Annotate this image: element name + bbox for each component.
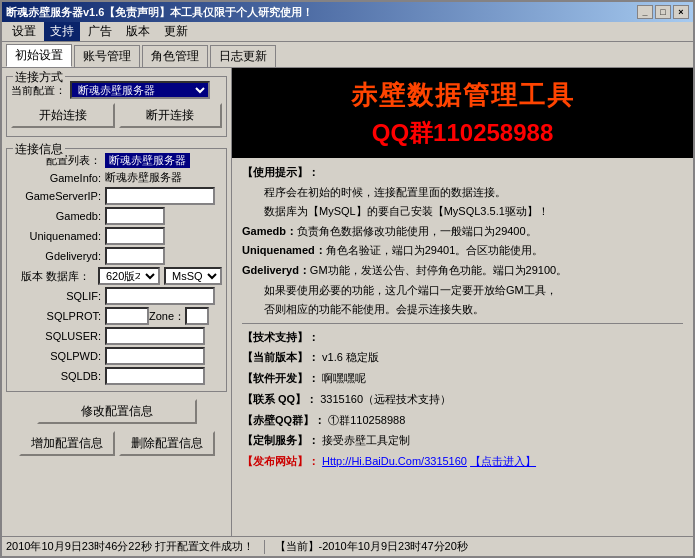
sqlif-row: SQLIF: 127.0.0.1 <box>11 287 222 305</box>
left-panel: 连接方式 当前配置： 断魂赤壁服务器 开始连接 断开连接 连接信息 配置列表： <box>2 68 232 536</box>
sqlprot-label: SQLPROT: <box>11 310 101 322</box>
connect-button[interactable]: 开始连接 <box>11 103 115 128</box>
gdeliveryd-input[interactable]: 29100 <box>105 247 165 265</box>
banner-qq: QQ群110258988 <box>372 117 553 149</box>
config-select[interactable]: 断魂赤壁服务器 <box>70 81 210 99</box>
divider <box>242 323 683 324</box>
status-right: 【当前】-2010年10月9日23时47分20秒 <box>275 539 468 554</box>
sqlif-input[interactable]: 127.0.0.1 <box>105 287 215 305</box>
sqlpwd-input[interactable]: 123456 <box>105 347 205 365</box>
tab-account-management[interactable]: 账号管理 <box>74 45 140 67</box>
sqluser-label: SQLUSER: <box>11 330 101 342</box>
gamedb-label: Gamedb: <box>11 210 101 222</box>
tip2: 数据库为【MySQL】的要自己安装【MySQL3.5.1驱动】！ <box>242 203 683 221</box>
version-select[interactable]: 620版本 <box>98 267 160 285</box>
gdeliveryd-label: Gdeliveryd: <box>11 250 101 262</box>
banner: 赤壁数据管理工具 QQ群110258988 <box>232 68 693 158</box>
dev-info: 【软件开发】： 啊嘿嘿呢 <box>242 369 683 388</box>
gameinfo-label: GameInfo: <box>11 172 101 184</box>
version-info: 【当前版本】： v1.6 稳定版 <box>242 348 683 367</box>
status-bar: 2010年10月9日23时46分22秒 打开配置文件成功！ 【当前】-2010年… <box>2 536 693 556</box>
website-link[interactable]: Http://Hi.BaiDu.Com/3315160 <box>322 455 467 467</box>
add-config-button[interactable]: 增加配置信息 <box>19 431 115 456</box>
close-button[interactable]: × <box>673 5 689 19</box>
tab-role-management[interactable]: 角色管理 <box>142 45 208 67</box>
tip4: Uniquenamed：角色名验证，端口为29401。合区功能使用。 <box>242 242 683 260</box>
gameserverip-input[interactable]: 192.168.200.100 <box>105 187 215 205</box>
config-list-value: 断魂赤壁服务器 <box>105 153 190 168</box>
right-panel: 赤壁数据管理工具 QQ群110258988 【使用提示】： 程序会在初始的时候，… <box>232 68 693 536</box>
disconnect-button[interactable]: 断开连接 <box>119 103 223 128</box>
connect-buttons: 开始连接 断开连接 <box>11 103 222 128</box>
tip7: 否则相应的功能不能使用。会提示连接失败。 <box>242 301 683 319</box>
sqlpwd-row: SQLPWD: 123456 <box>11 347 222 365</box>
tab-log-update[interactable]: 日志更新 <box>210 45 276 67</box>
bottom-buttons: 增加配置信息 删除配置信息 <box>6 431 227 456</box>
title-bar: 断魂赤壁服务器v1.6【免责声明】本工具仅限于个人研究使用！ _ □ × <box>2 2 693 22</box>
modify-config-button[interactable]: 修改配置信息 <box>37 399 197 424</box>
menu-support[interactable]: 支持 <box>44 22 80 41</box>
tip6: 如果要使用必要的功能，这几个端口一定要开放给GM工具， <box>242 282 683 300</box>
sqlprot-row: SQLPROT: 1433 Zone： 1 <box>11 307 222 325</box>
main-content: 连接方式 当前配置： 断魂赤壁服务器 开始连接 断开连接 连接信息 配置列表： <box>2 67 693 536</box>
right-text-area: 【使用提示】： 程序会在初始的时候，连接配置里面的数据连接。 数据库为【MySQ… <box>232 158 693 536</box>
main-window: 断魂赤壁服务器v1.6【免责声明】本工具仅限于个人研究使用！ _ □ × 设置 … <box>0 0 695 558</box>
sqlif-label: SQLIF: <box>11 290 101 302</box>
connect-group-title: 连接方式 <box>13 69 65 86</box>
menu-settings[interactable]: 设置 <box>6 22 42 41</box>
gameinfo-row: GameInfo: 断魂赤壁服务器 <box>11 170 222 185</box>
menu-bar: 设置 支持 广告 版本 更新 <box>2 22 693 42</box>
tip-title: 【使用提示】： <box>242 164 683 182</box>
db-type-select[interactable]: MsSQL库 <box>164 267 222 285</box>
menu-update[interactable]: 更新 <box>158 22 194 41</box>
gameinfo-value: 断魂赤壁服务器 <box>105 170 182 185</box>
sqluser-row: SQLUSER: sa <box>11 327 222 345</box>
gamedb-input[interactable]: 29400 <box>105 207 165 225</box>
uniquenamed-row: Uniquenamed: 29401 <box>11 227 222 245</box>
uniquenamed-input[interactable]: 29401 <box>105 227 165 245</box>
info-group: 连接信息 配置列表： 断魂赤壁服务器 GameInfo: 断魂赤壁服务器 Gam… <box>6 148 227 392</box>
status-divider <box>264 540 265 554</box>
support-title: 【技术支持】： <box>242 328 683 347</box>
sqldb-label: SQLDB: <box>11 370 101 382</box>
tab-initial-setup[interactable]: 初始设置 <box>6 44 72 67</box>
tip5: Gdeliveryd：GM功能，发送公告、封停角色功能。端口为29100。 <box>242 262 683 280</box>
gameserverip-label: GameServerIP: <box>11 190 101 202</box>
gamedb-row: Gamedb: 29400 <box>11 207 222 225</box>
menu-ads[interactable]: 广告 <box>82 22 118 41</box>
version-row: 版本 数据库： 620版本 MsSQL库 <box>11 267 222 285</box>
sqlpwd-label: SQLPWD: <box>11 350 101 362</box>
zone-input[interactable]: 1 <box>185 307 209 325</box>
window-title: 断魂赤壁服务器v1.6【免责声明】本工具仅限于个人研究使用！ <box>6 5 313 20</box>
menu-version[interactable]: 版本 <box>120 22 156 41</box>
sqluser-input[interactable]: sa <box>105 327 205 345</box>
qq-info: 【联系 QQ】： 3315160（远程技术支持） <box>242 390 683 409</box>
maximize-button[interactable]: □ <box>655 5 671 19</box>
sqlprot-input[interactable]: 1433 <box>105 307 149 325</box>
delete-config-button[interactable]: 删除配置信息 <box>119 431 215 456</box>
minimize-button[interactable]: _ <box>637 5 653 19</box>
website-info: 【发布网站】： Http://Hi.BaiDu.Com/3315160 【点击进… <box>242 452 683 471</box>
support-section: 【技术支持】： 【当前版本】： v1.6 稳定版 【软件开发】： 啊嘿嘿呢 【联… <box>242 328 683 471</box>
sqldb-row: SQLDB: chibi <box>11 367 222 385</box>
sqldb-input[interactable]: chibi <box>105 367 205 385</box>
version-label: 版本 数据库： <box>11 269 90 284</box>
info-group-title: 连接信息 <box>13 141 65 158</box>
banner-title: 赤壁数据管理工具 <box>351 78 575 113</box>
uniquenamed-label: Uniquenamed: <box>11 230 101 242</box>
connect-group: 连接方式 当前配置： 断魂赤壁服务器 开始连接 断开连接 <box>6 76 227 137</box>
tab-bar: 初始设置 账号管理 角色管理 日志更新 <box>2 42 693 67</box>
custom-info: 【定制服务】： 接受赤壁工具定制 <box>242 431 683 450</box>
tip3: Gamedb：负责角色数据修改功能使用，一般端口为29400。 <box>242 223 683 241</box>
gameserverip-row: GameServerIP: 192.168.200.100 <box>11 187 222 205</box>
gdeliveryd-row: Gdeliveryd: 29100 <box>11 247 222 265</box>
status-left: 2010年10月9日23时46分22秒 打开配置文件成功！ <box>6 539 254 554</box>
tip1: 程序会在初始的时候，连接配置里面的数据连接。 <box>242 184 683 202</box>
qqgroup-info: 【赤壁QQ群】： ①群110258988 <box>242 411 683 430</box>
window-controls: _ □ × <box>637 5 689 19</box>
zone-label: Zone： <box>149 309 185 324</box>
website-enter-link[interactable]: 【点击进入】 <box>470 455 536 467</box>
